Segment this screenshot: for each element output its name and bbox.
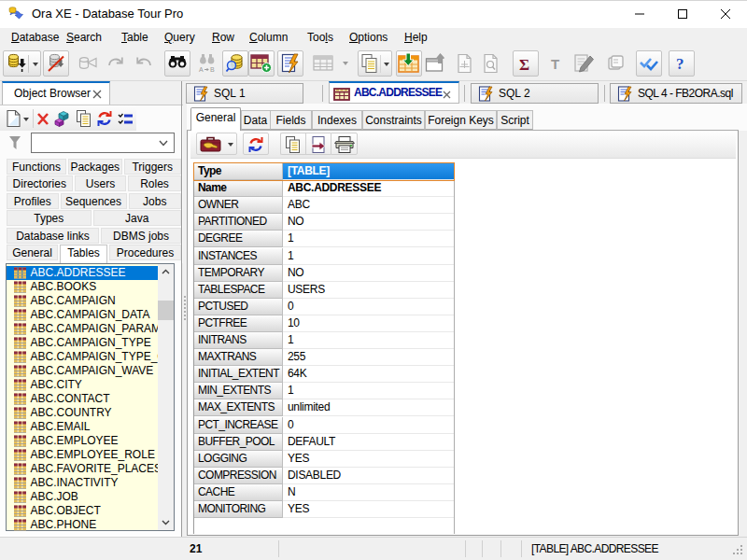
svg-text:A: A xyxy=(199,66,204,73)
svg-text:?: ? xyxy=(676,55,684,73)
svg-text:Σ: Σ xyxy=(519,56,529,73)
svg-text:T: T xyxy=(551,56,559,72)
svg-text:B: B xyxy=(210,66,215,73)
